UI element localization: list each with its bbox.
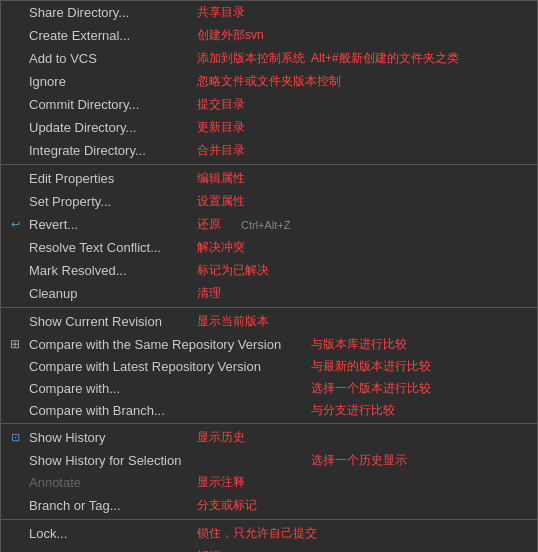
menu-label-create-external: Create External... xyxy=(29,28,189,43)
separator-3 xyxy=(1,423,537,424)
menu-item-edit-properties[interactable]: Edit Properties 编辑属性 xyxy=(1,167,537,190)
menu-annotation-integrate-directory: 合并目录 xyxy=(197,142,245,159)
menu-label-resolve-text-conflict: Resolve Text Conflict... xyxy=(29,240,189,255)
menu-item-annotate[interactable]: Annotate 显示注释 xyxy=(1,471,537,494)
menu-label-cleanup: Cleanup xyxy=(29,286,189,301)
menu-item-integrate-directory[interactable]: Integrate Directory... 合并目录 xyxy=(1,139,537,162)
menu-item-compare-latest-repo[interactable]: Compare with Latest Repository Version 与… xyxy=(1,355,537,377)
menu-label-compare-branch: Compare with Branch... xyxy=(29,403,189,418)
menu-label-compare-latest-repo: Compare with Latest Repository Version xyxy=(29,359,261,374)
menu-item-show-history-selection[interactable]: Show History for Selection 选择一个历史显示 xyxy=(1,449,537,471)
menu-label-show-history: Show History xyxy=(29,430,189,445)
menu-annotation-revert: 还原 xyxy=(197,216,221,233)
menu-annotation-ignore: 忽略文件或文件夹版本控制 xyxy=(197,73,341,90)
menu-item-compare-same-repo[interactable]: ⊞ Compare with the Same Repository Versi… xyxy=(1,333,537,355)
menu-annotation-branch-or-tag: 分支或标记 xyxy=(197,497,257,514)
compare-icon: ⊞ xyxy=(7,336,23,352)
menu-label-compare-same-repo: Compare with the Same Repository Version xyxy=(29,337,281,352)
menu-label-commit-directory: Commit Directory... xyxy=(29,97,189,112)
menu-annotation2-compare-latest-repo: 与最新的版本进行比较 xyxy=(311,358,431,375)
menu-item-cleanup[interactable]: Cleanup 清理 xyxy=(1,282,537,305)
menu-label-compare-with: Compare with... xyxy=(29,381,189,396)
menu-item-show-history[interactable]: ⊡ Show History 显示历史 xyxy=(1,426,537,449)
menu-item-compare-with[interactable]: Compare with... 选择一个版本进行比较 xyxy=(1,377,537,399)
separator-2 xyxy=(1,307,537,308)
menu-annotation-resolve-text-conflict: 解决冲突 xyxy=(197,239,245,256)
menu-item-compare-branch[interactable]: Compare with Branch... 与分支进行比较 xyxy=(1,399,537,421)
menu-item-branch-or-tag[interactable]: Branch or Tag... 分支或标记 xyxy=(1,494,537,517)
separator-1 xyxy=(1,164,537,165)
menu-label-integrate-directory: Integrate Directory... xyxy=(29,143,189,158)
menu-label-add-to-vcs: Add to VCS xyxy=(29,51,189,66)
menu-item-lock[interactable]: Lock... 锁住，只允许自己提交 xyxy=(1,522,537,545)
menu-annotation2-compare-with: 选择一个版本进行比较 xyxy=(311,380,431,397)
menu-annotation-show-current-revision: 显示当前版本 xyxy=(197,313,269,330)
menu-label-mark-resolved: Mark Resolved... xyxy=(29,263,189,278)
menu-annotation2-show-history-selection: 选择一个历史显示 xyxy=(311,452,407,469)
menu-item-set-property[interactable]: Set Property... 设置属性 xyxy=(1,190,537,213)
menu-annotation-update-directory: 更新目录 xyxy=(197,119,245,136)
menu-label-show-current-revision: Show Current Revision xyxy=(29,314,189,329)
menu-annotation-set-property: 设置属性 xyxy=(197,193,245,210)
menu-annotation2-compare-branch: 与分支进行比较 xyxy=(311,402,395,419)
menu-annotation-edit-properties: 编辑属性 xyxy=(197,170,245,187)
menu-label-set-property: Set Property... xyxy=(29,194,189,209)
menu-annotation-cleanup: 清理 xyxy=(197,285,221,302)
menu-item-create-external[interactable]: Create External... 创建外部svn xyxy=(1,24,537,47)
menu-annotation2-add-to-vcs: Alt+#般新创建的文件夹之类 xyxy=(311,50,459,67)
menu-item-unlock[interactable]: Unlock 解锁 xyxy=(1,545,537,552)
menu-item-commit-directory[interactable]: Commit Directory... 提交目录 xyxy=(1,93,537,116)
menu-label-update-directory: Update Directory... xyxy=(29,120,189,135)
menu-item-revert[interactable]: ↩ Revert... 还原 Ctrl+Alt+Z xyxy=(1,213,537,236)
menu-item-update-directory[interactable]: Update Directory... 更新目录 xyxy=(1,116,537,139)
menu-item-show-current-revision[interactable]: Show Current Revision 显示当前版本 xyxy=(1,310,537,333)
menu-label-revert: Revert... xyxy=(29,217,189,232)
menu-label-lock: Lock... xyxy=(29,526,189,541)
menu-item-resolve-text-conflict[interactable]: Resolve Text Conflict... 解决冲突 xyxy=(1,236,537,259)
menu-annotation-lock: 锁住，只允许自己提交 xyxy=(197,525,317,542)
menu-label-branch-or-tag: Branch or Tag... xyxy=(29,498,189,513)
menu-annotation-share-directory: 共享目录 xyxy=(197,4,245,21)
separator-4 xyxy=(1,519,537,520)
menu-label-edit-properties: Edit Properties xyxy=(29,171,189,186)
menu-item-add-to-vcs[interactable]: Add to VCS 添加到版本控制系统 Alt+#般新创建的文件夹之类 xyxy=(1,47,537,70)
menu-annotation-mark-resolved: 标记为已解决 xyxy=(197,262,269,279)
menu-label-annotate: Annotate xyxy=(29,475,189,490)
menu-label-ignore: Ignore xyxy=(29,74,189,89)
menu-label-share-directory: Share Directory... xyxy=(29,5,189,20)
context-menu: Share Directory... 共享目录 Create External.… xyxy=(0,0,538,552)
menu-annotation-create-external: 创建外部svn xyxy=(197,27,264,44)
menu-item-ignore[interactable]: Ignore 忽略文件或文件夹版本控制 xyxy=(1,70,537,93)
menu-annotation2-compare-same-repo: 与版本库进行比较 xyxy=(311,336,407,353)
menu-annotation-annotate: 显示注释 xyxy=(197,474,245,491)
menu-annotation-show-history: 显示历史 xyxy=(197,429,245,446)
menu-label-show-history-selection: Show History for Selection xyxy=(29,453,189,468)
menu-item-mark-resolved[interactable]: Mark Resolved... 标记为已解决 xyxy=(1,259,537,282)
menu-item-share-directory[interactable]: Share Directory... 共享目录 xyxy=(1,1,537,24)
menu-annotation-unlock: 解锁 xyxy=(197,548,221,552)
menu-annotation-add-to-vcs: 添加到版本控制系统 xyxy=(197,50,305,67)
revert-icon: ↩ xyxy=(7,217,23,233)
menu-shortcut-revert: Ctrl+Alt+Z xyxy=(241,219,291,231)
menu-annotation-commit-directory: 提交目录 xyxy=(197,96,245,113)
history-icon: ⊡ xyxy=(7,430,23,446)
